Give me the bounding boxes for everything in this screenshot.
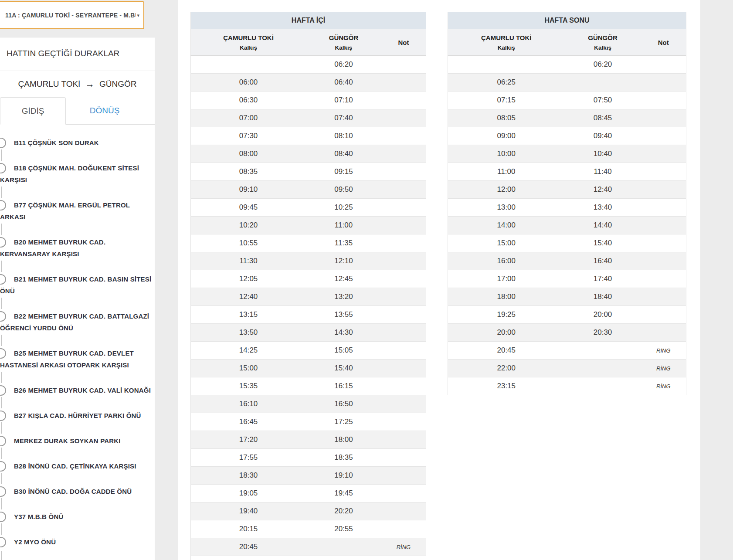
direction-to: GÜNGÖR [99, 79, 137, 88]
table-row: 09:0009:40 [448, 127, 686, 145]
direction-route: ÇAMURLU TOKİ → GÜNGÖR [0, 78, 155, 89]
note-cell [381, 449, 426, 467]
stop-item[interactable]: B18 ÇÖŞNÜK MAH. DOĞUKENT SİTESİ KARŞISI [0, 162, 155, 186]
time-cell [565, 342, 641, 360]
note-cell [381, 413, 426, 431]
time-cell: 07:50 [565, 92, 641, 109]
table-title: HAFTA SONU [448, 12, 686, 29]
time-cell: 11:35 [306, 234, 381, 252]
note-cell [381, 377, 426, 395]
column-header: GÜNGÖR Kalkış [565, 29, 641, 56]
stop-item[interactable]: B27 KIŞLA CAD. HÜRRİYET PARKI ÖNÜ [0, 410, 155, 421]
time-cell: 08:05 [448, 109, 565, 127]
table-row: 20:45RİNG [191, 538, 426, 556]
stops-list: B11 ÇÖŞNÜK SON DURAKB18 ÇÖŞNÜK MAH. DOĞU… [0, 137, 155, 548]
note-cell [641, 181, 686, 199]
stop-item[interactable]: B20 MEHMET BUYRUK CAD. KERVANSARAY KARŞI… [0, 236, 155, 260]
table-row: 20:45RİNG [448, 342, 686, 360]
stop-label: B26 MEHMET BUYRUK CAD. VALİ KONAĞI [0, 384, 155, 396]
note-cell [381, 342, 426, 360]
time-cell [306, 538, 381, 556]
time-cell: 06:25 [448, 74, 565, 92]
time-cell: 20:45 [448, 342, 565, 360]
table-row: 06:20 [448, 56, 686, 74]
note-cell [641, 252, 686, 270]
table-row: 15:0015:40 [191, 360, 426, 377]
table-row: 08:3509:15 [191, 163, 426, 181]
note-cell: RİNG [641, 360, 686, 377]
time-cell: 18:00 [306, 431, 381, 449]
stop-item[interactable]: B77 ÇÖŞNÜK MAH. ERGÜL PETROL ARKASI [0, 199, 155, 223]
table-row: 11:0011:40 [448, 163, 686, 181]
note-cell: RİNG [641, 377, 686, 395]
time-cell: 06:20 [565, 56, 641, 74]
time-cell: 09:50 [306, 181, 381, 199]
time-cell: 20:00 [565, 306, 641, 324]
note-cell [381, 234, 426, 252]
time-cell: 07:40 [306, 109, 381, 127]
table-row: 20:1520:55 [191, 520, 426, 538]
table-row: 16:0016:40 [448, 252, 686, 270]
direction-from: ÇAMURLU TOKİ [18, 79, 81, 88]
time-cell: 16:15 [306, 377, 381, 395]
time-cell: 19:10 [306, 467, 381, 485]
note-cell [381, 502, 426, 520]
right-arrow-icon: → [85, 79, 95, 89]
note-cell [381, 306, 426, 324]
time-cell: 19:45 [306, 485, 381, 502]
table-row: 06:3007:10 [191, 92, 426, 109]
table-row: 16:1016:50 [191, 395, 426, 413]
route-selector[interactable]: 11A : ÇAMURLU TOKİ - SEYRANTEPE - M.BUY.… [0, 1, 144, 29]
stop-item[interactable]: B30 İNÖNÜ CAD. DOĞA CADDE ÖNÜ [0, 485, 155, 497]
time-cell: 16:10 [191, 395, 306, 413]
time-cell: 15:00 [191, 360, 306, 377]
time-cell: 13:40 [565, 199, 641, 217]
table-row: 10:5511:35 [191, 234, 426, 252]
direction-tabs: GİDİŞ DÖNÜŞ [0, 97, 155, 125]
table-row: 14:0014:40 [448, 217, 686, 234]
time-cell: 12:40 [565, 181, 641, 199]
time-cell: 08:40 [306, 145, 381, 163]
table-row: 14:2515:05 [191, 342, 426, 360]
stop-item[interactable]: B11 ÇÖŞNÜK SON DURAK [0, 137, 155, 149]
time-cell: 09:10 [191, 181, 306, 199]
time-cell: 07:00 [191, 109, 306, 127]
time-cell: 13:00 [448, 199, 565, 217]
stop-label: Y37 M.B.B ÖNÜ [0, 511, 155, 523]
stop-item[interactable]: MERKEZ DURAK SOYKAN PARKI [0, 435, 155, 447]
stop-item[interactable]: B22 MEHMET BUYRUK CAD. BATTALGAZİ ÖĞRENC… [0, 310, 155, 334]
table-row [191, 556, 426, 560]
table-row: 08:0508:45 [448, 109, 686, 127]
stop-item[interactable]: Y2 MYO ÖNÜ [0, 536, 155, 548]
table-title: HAFTA İÇİ [191, 12, 426, 29]
note-cell [641, 109, 686, 127]
time-cell: 06:20 [306, 56, 381, 74]
note-cell [381, 395, 426, 413]
table-row: 07:0007:40 [191, 109, 426, 127]
time-cell: 14:40 [565, 217, 641, 234]
time-cell: 14:30 [306, 324, 381, 342]
note-cell [641, 288, 686, 306]
time-cell: 19:05 [191, 485, 306, 502]
time-cell: 12:05 [191, 270, 306, 288]
stop-item[interactable]: B28 İNÖNÜ CAD. ÇETİNKAYA KARŞISI [0, 460, 155, 472]
note-cell [381, 181, 426, 199]
time-cell: 20:30 [565, 324, 641, 342]
time-cell: 10:25 [306, 199, 381, 217]
weekday-table: HAFTA İÇİ ÇAMURLU TOKİ Kalkış GÜNGÖR Kal… [190, 12, 426, 560]
stop-item[interactable]: Y37 M.B.B ÖNÜ [0, 511, 155, 523]
content-pane: HAFTA İÇİ ÇAMURLU TOKİ Kalkış GÜNGÖR Kal… [178, 0, 700, 560]
time-cell: 11:00 [306, 217, 381, 234]
tab-donus[interactable]: DÖNÜŞ [66, 97, 143, 124]
time-cell: 14:25 [191, 342, 306, 360]
time-cell: 18:00 [448, 288, 565, 306]
time-cell: 06:30 [191, 92, 306, 109]
time-cell: 15:40 [565, 234, 641, 252]
time-cell [191, 56, 306, 74]
stop-item[interactable]: B21 MEHMET BUYRUK CAD. BASIN SİTESİ ÖNÜ [0, 273, 155, 297]
stop-item[interactable]: B25 MEHMET BUYRUK CAD. DEVLET HASTANESİ … [0, 347, 155, 371]
sidebar-title: HATTIN GEÇTİĞİ DURAKLAR [7, 37, 155, 71]
stop-item[interactable]: B26 MEHMET BUYRUK CAD. VALİ KONAĞI [0, 384, 155, 396]
tab-gidis[interactable]: GİDİŞ [0, 97, 66, 125]
table-row: 13:1513:55 [191, 306, 426, 324]
